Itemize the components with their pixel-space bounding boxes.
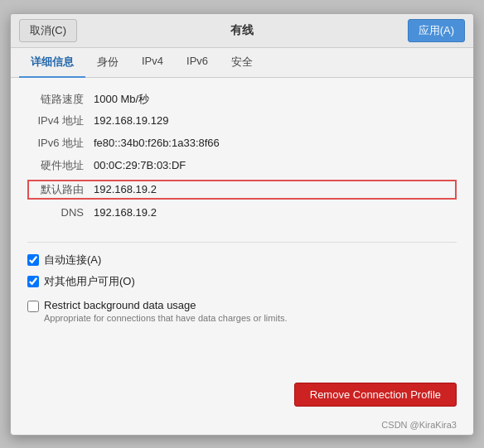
info-table: 链路速度 1000 Mb/秒 IPv4 地址 192.168.19.129 IP… [27,91,457,223]
label-ipv4: IPv4 地址 [27,113,94,130]
restrict-title[interactable]: Restrict background data usage [44,299,288,311]
footer-credit: CSDN @KiraKira3 [11,420,473,435]
remove-connection-button[interactable]: Remove Connection Profile [294,383,457,407]
label-gateway: 默认路由 [27,180,94,200]
label-link-speed: 链路速度 [27,91,94,108]
value-ipv4: 192.168.19.129 [94,113,457,130]
value-link-speed: 1000 Mb/秒 [94,91,457,108]
restrict-text-block: Restrict background data usage Appropria… [44,299,288,323]
tab-details[interactable]: 详细信息 [19,48,85,78]
auto-connect-checkbox[interactable] [27,254,39,266]
label-ipv6: IPv6 地址 [27,135,94,152]
label-mac: 硬件地址 [27,157,94,175]
tab-ipv6[interactable]: IPv6 [175,48,220,78]
tab-identity[interactable]: 身份 [85,48,130,78]
tab-ipv4[interactable]: IPv4 [130,48,175,78]
tab-bar: 详细信息 身份 IPv4 IPv6 安全 [11,48,473,78]
restrict-row: Restrict background data usage Appropria… [27,299,457,323]
auto-connect-label[interactable]: 自动连接(A) [44,253,101,267]
dialog-title: 有线 [230,23,254,38]
wired-connection-dialog: 取消(C) 有线 应用(A) 详细信息 身份 IPv4 IPv6 安全 链路速度… [10,13,474,436]
restrict-checkbox[interactable] [27,301,39,312]
tab-security[interactable]: 安全 [220,48,264,78]
value-gateway: 192.168.19.2 [94,180,457,200]
value-mac: 00:0C:29:7B:03:DF [94,157,457,175]
all-users-label[interactable]: 对其他用户可用(O) [44,274,135,289]
cancel-button[interactable]: 取消(C) [19,19,77,42]
value-dns: 192.168.19.2 [94,205,457,222]
divider [27,242,457,243]
apply-button[interactable]: 应用(A) [408,19,465,42]
value-ipv6: fe80::34b0:f26b:1a33:8f66 [94,135,457,152]
restrict-description: Appropriate for connections that have da… [44,313,288,323]
tab-content: 链路速度 1000 Mb/秒 IPv4 地址 192.168.19.129 IP… [11,78,473,373]
bottom-area: Remove Connection Profile [11,373,473,420]
all-users-checkbox[interactable] [27,276,39,287]
all-users-row: 对其他用户可用(O) [27,274,457,289]
label-dns: DNS [27,205,94,222]
titlebar: 取消(C) 有线 应用(A) [11,14,473,48]
auto-connect-row: 自动连接(A) [27,253,457,267]
